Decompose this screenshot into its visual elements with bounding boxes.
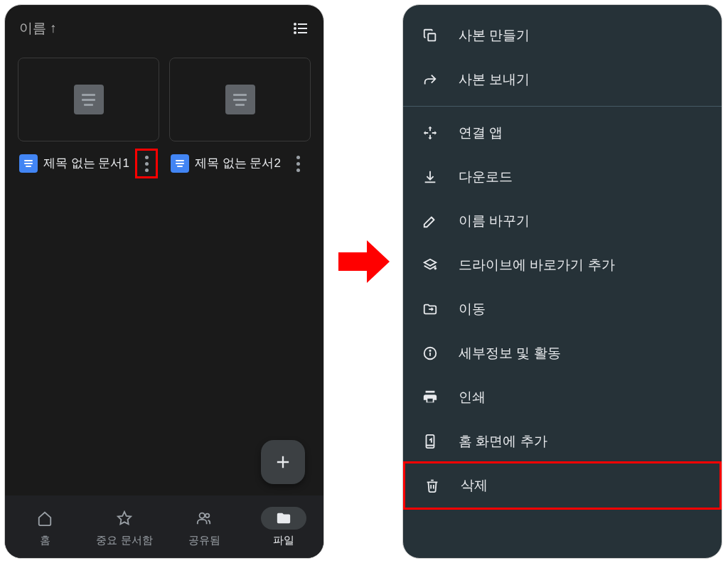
file-thumbnail bbox=[18, 58, 159, 141]
file-grid: 제목 없는 문서1 제목 없는 문서2 bbox=[5, 48, 323, 195]
menu-item-label: 드라이브에 바로가기 추가 bbox=[459, 256, 615, 274]
nav-starred[interactable]: 중요 문서함 bbox=[85, 495, 164, 558]
open-with-icon bbox=[422, 124, 439, 141]
svg-point-9 bbox=[200, 513, 205, 518]
bottom-nav: 홈 중요 문서함 공유됨 파일 bbox=[5, 495, 323, 558]
menu-item-open-with[interactable]: 연결 앱 bbox=[403, 111, 722, 155]
svg-point-3 bbox=[294, 23, 296, 25]
nav-label: 홈 bbox=[40, 534, 50, 547]
svg-rect-11 bbox=[428, 33, 435, 41]
nav-shared[interactable]: 공유됨 bbox=[164, 495, 244, 558]
document-icon bbox=[225, 85, 255, 114]
move-icon bbox=[422, 301, 439, 318]
menu-item-label: 다운로드 bbox=[459, 168, 513, 186]
docs-badge-icon bbox=[19, 154, 38, 173]
print-icon bbox=[422, 389, 439, 406]
docs-badge-icon bbox=[171, 154, 189, 173]
menu-item-rename[interactable]: 이름 바꾸기 bbox=[403, 199, 722, 243]
nav-label: 파일 bbox=[273, 534, 294, 547]
folder-icon bbox=[276, 510, 291, 526]
people-icon bbox=[196, 510, 212, 526]
menu-item-label: 사본 만들기 bbox=[459, 26, 530, 45]
menu-item-label: 연결 앱 bbox=[459, 124, 503, 142]
nav-label: 공유됨 bbox=[188, 534, 220, 547]
star-icon bbox=[117, 510, 132, 526]
view-toggle-icon[interactable] bbox=[292, 20, 309, 37]
file-title: 제목 없는 문서1 bbox=[43, 156, 129, 171]
nav-home[interactable]: 홈 bbox=[5, 495, 85, 558]
menu-item-label: 이름 바꾸기 bbox=[459, 212, 530, 230]
menu-item-send[interactable]: 사본 보내기 bbox=[403, 58, 722, 102]
menu-item-label: 삭제 bbox=[461, 476, 488, 495]
svg-point-10 bbox=[205, 513, 210, 518]
tutorial-arrow-icon bbox=[338, 240, 390, 283]
menu-item-download[interactable]: 다운로드 bbox=[403, 155, 722, 199]
copy-icon bbox=[422, 27, 439, 44]
more-options-button[interactable] bbox=[287, 149, 309, 178]
context-menu: 사본 만들기사본 보내기연결 앱다운로드이름 바꾸기드라이브에 바로가기 추가이… bbox=[403, 5, 722, 516]
context-menu-screen: 사본 만들기사본 보내기연결 앱다운로드이름 바꾸기드라이브에 바로가기 추가이… bbox=[402, 4, 722, 559]
nav-label: 중요 문서함 bbox=[96, 534, 152, 547]
nav-files[interactable]: 파일 bbox=[244, 495, 323, 558]
menu-item-label: 세부정보 및 활동 bbox=[459, 344, 561, 363]
topbar: 이름 ↑ bbox=[5, 5, 323, 48]
menu-item-add-home[interactable]: 홈 화면에 추가 bbox=[403, 419, 722, 463]
send-icon bbox=[422, 71, 439, 88]
menu-item-label: 인쇄 bbox=[459, 388, 486, 407]
fab-new-button[interactable] bbox=[261, 440, 305, 484]
svg-point-16 bbox=[429, 350, 430, 351]
home-icon bbox=[37, 510, 53, 526]
info-icon bbox=[422, 345, 439, 362]
menu-item-label: 사본 보내기 bbox=[459, 70, 530, 89]
svg-rect-17 bbox=[427, 435, 434, 448]
add-home-icon bbox=[422, 433, 439, 450]
file-thumbnail bbox=[169, 58, 311, 141]
menu-divider bbox=[403, 106, 722, 107]
menu-item-label: 이동 bbox=[459, 300, 486, 318]
shortcut-icon bbox=[422, 257, 439, 274]
download-icon bbox=[422, 168, 439, 186]
file-card[interactable]: 제목 없는 문서2 bbox=[169, 58, 311, 186]
svg-marker-8 bbox=[118, 511, 131, 523]
file-card[interactable]: 제목 없는 문서1 bbox=[18, 58, 159, 186]
menu-item-shortcut[interactable]: 드라이브에 바로가기 추가 bbox=[403, 243, 722, 287]
menu-item-copy[interactable]: 사본 만들기 bbox=[403, 14, 722, 58]
document-icon bbox=[74, 85, 104, 114]
svg-point-5 bbox=[294, 32, 296, 33]
menu-item-print[interactable]: 인쇄 bbox=[403, 375, 722, 419]
file-title: 제목 없는 문서2 bbox=[195, 156, 281, 171]
menu-item-info[interactable]: 세부정보 및 활동 bbox=[403, 331, 722, 375]
svg-point-4 bbox=[294, 28, 296, 29]
sort-button[interactable]: 이름 ↑ bbox=[19, 19, 57, 38]
rename-icon bbox=[422, 213, 439, 230]
menu-item-delete[interactable]: 삭제 bbox=[403, 461, 722, 510]
menu-item-label: 홈 화면에 추가 bbox=[459, 432, 547, 451]
menu-item-move[interactable]: 이동 bbox=[403, 287, 722, 331]
files-screen: 이름 ↑ 제목 없는 문서1 제목 없는 문서2 bbox=[4, 4, 324, 559]
more-options-button[interactable] bbox=[135, 149, 158, 178]
delete-icon bbox=[424, 477, 441, 494]
